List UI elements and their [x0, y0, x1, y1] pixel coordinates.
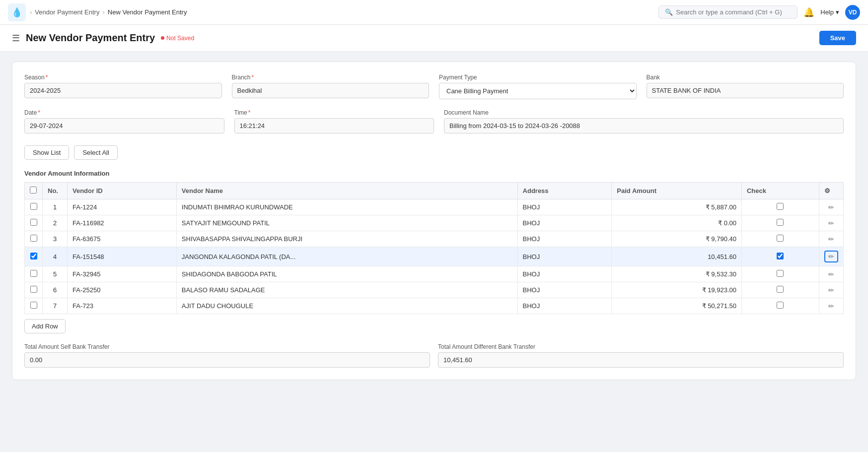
date-input[interactable]	[24, 118, 224, 133]
breadcrumb-item-1[interactable]: Vendor Payment Entry	[35, 8, 99, 16]
time-label: Time*	[234, 109, 434, 116]
select-all-button[interactable]: Select All	[74, 145, 117, 160]
breadcrumb-sep: ›	[102, 8, 104, 16]
row-edit-cell: ✏	[819, 282, 844, 298]
row-vendor-name: SATYAJIT NEMGOUND PATIL	[176, 215, 517, 231]
row-checkbox-cell	[25, 215, 43, 231]
row-paid-amount: ₹ 19,923.00	[612, 282, 742, 298]
table-row: 4 FA-151548 JANGONDA KALAGONDA PATIL (DA…	[25, 247, 844, 266]
col-checkbox	[25, 183, 43, 199]
row-edit-cell: ✏	[819, 199, 844, 215]
row-paid-amount: 10,451.60	[612, 247, 742, 266]
payment-type-select[interactable]: Cane Billing Payment	[439, 83, 637, 99]
row-vendor-name: INDUMATI BHIMRAO KURUNDWADE	[176, 199, 517, 215]
notification-icon[interactable]: 🔔	[803, 7, 814, 18]
add-row-button[interactable]: Add Row	[24, 319, 66, 333]
row-checkbox[interactable]	[30, 235, 37, 242]
branch-group: Branch*	[232, 74, 430, 99]
row-vendor-id: FA-32945	[68, 266, 177, 282]
select-all-checkbox[interactable]	[30, 187, 37, 194]
row-address: BHOJ	[517, 215, 612, 231]
breadcrumb-chevron: ›	[30, 8, 32, 16]
document-name-label: Document Name	[444, 109, 844, 116]
table-row: 7 FA-723 AJIT DADU CHOUGULE BHOJ ₹ 50,27…	[25, 298, 844, 314]
col-vendor-name: Vendor Name	[176, 183, 517, 199]
app-logo: 💧	[8, 3, 26, 21]
row-edit-button[interactable]: ✏	[828, 302, 834, 310]
search-input[interactable]	[676, 8, 791, 16]
avatar[interactable]: VD	[845, 5, 860, 20]
vendor-table-body: 1 FA-1224 INDUMATI BHIMRAO KURUNDWADE BH…	[25, 199, 844, 314]
row-no: 3	[43, 231, 68, 247]
breadcrumb: › Vendor Payment Entry › New Vendor Paym…	[30, 8, 187, 16]
row-check[interactable]	[777, 253, 784, 259]
row-edit-button[interactable]: ✏	[828, 286, 834, 294]
row-check[interactable]	[777, 235, 784, 242]
row-vendor-name: SHIDAGONDA BABGODA PATIL	[176, 266, 517, 282]
table-row: 3 FA-63675 SHIVABASAPPA SHIVALINGAPPA BU…	[25, 231, 844, 247]
row-checkbox[interactable]	[30, 203, 37, 210]
row-no: 7	[43, 298, 68, 314]
not-saved-badge: Not Saved	[161, 35, 194, 42]
not-saved-text: Not Saved	[166, 35, 194, 42]
row-checkbox[interactable]	[30, 253, 37, 259]
row-checkbox[interactable]	[30, 219, 37, 226]
payment-type-group: Payment Type Cane Billing Payment	[439, 74, 637, 99]
col-gear: ⚙	[819, 183, 844, 199]
save-button[interactable]: Save	[819, 31, 856, 45]
table-row: 2 FA-116982 SATYAJIT NEMGOUND PATIL BHOJ…	[25, 215, 844, 231]
payment-type-label: Payment Type	[439, 74, 637, 81]
page-header-left: ☰ New Vendor Payment Entry Not Saved	[12, 32, 194, 44]
time-input[interactable]	[234, 118, 434, 133]
row-paid-amount: ₹ 5,887.00	[612, 199, 742, 215]
branch-input[interactable]	[232, 83, 430, 98]
document-name-input[interactable]	[444, 118, 844, 133]
table-row: 6 FA-25250 BALASO RAMU SADALAGE BHOJ ₹ 1…	[25, 282, 844, 298]
col-no: No.	[43, 183, 68, 199]
row-checkbox[interactable]	[30, 270, 37, 277]
season-group: Season*	[24, 74, 222, 99]
table-header-row: No. Vendor ID Vendor Name Address Paid A…	[25, 183, 844, 199]
show-list-button[interactable]: Show List	[24, 145, 69, 160]
row-address: BHOJ	[517, 199, 612, 215]
diff-bank-label: Total Amount Different Bank Transfer	[438, 343, 844, 350]
row-vendor-name: SHIVABASAPPA SHIVALINGAPPA BURJI	[176, 231, 517, 247]
row-no: 6	[43, 282, 68, 298]
help-button[interactable]: Help ▾	[820, 8, 839, 16]
row-vendor-id: FA-1224	[68, 199, 177, 215]
row-checkbox[interactable]	[30, 302, 37, 309]
row-checkbox-cell	[25, 247, 43, 266]
row-paid-amount: ₹ 9,532.30	[612, 266, 742, 282]
row-paid-amount: ₹ 50,271.50	[612, 298, 742, 314]
date-group: Date*	[24, 109, 224, 133]
row-check[interactable]	[777, 286, 784, 293]
col-address: Address	[517, 183, 612, 199]
row-vendor-id: FA-151548	[68, 247, 177, 266]
row-edit-button[interactable]: ✏	[828, 235, 834, 243]
menu-icon[interactable]: ☰	[12, 33, 20, 44]
row-address: BHOJ	[517, 231, 612, 247]
row-edit-button[interactable]: ✏	[824, 251, 838, 262]
time-group: Time*	[234, 109, 434, 133]
season-input[interactable]	[24, 83, 222, 98]
row-checkbox-cell	[25, 282, 43, 298]
row-edit-button[interactable]: ✏	[828, 203, 834, 211]
help-chevron-icon: ▾	[836, 8, 839, 16]
search-icon: 🔍	[665, 8, 673, 16]
row-check[interactable]	[777, 219, 784, 226]
row-checkbox-cell	[25, 266, 43, 282]
row-check[interactable]	[777, 270, 784, 277]
row-checkbox[interactable]	[30, 286, 37, 293]
row-edit-button[interactable]: ✏	[828, 219, 834, 227]
row-check[interactable]	[777, 203, 784, 210]
col-check: Check	[741, 183, 819, 199]
search-bar[interactable]: 🔍	[658, 5, 797, 19]
row-edit-button[interactable]: ✏	[828, 270, 834, 278]
row-checkbox-cell	[25, 231, 43, 247]
form-grid-row1: Season* Branch* Payment Type Cane Billin…	[24, 74, 844, 99]
bank-input[interactable]	[647, 83, 844, 98]
row-vendor-id: FA-116982	[68, 215, 177, 231]
page-title: New Vendor Payment Entry	[26, 32, 155, 44]
row-check[interactable]	[777, 302, 784, 309]
row-paid-amount: ₹ 9,790.40	[612, 231, 742, 247]
